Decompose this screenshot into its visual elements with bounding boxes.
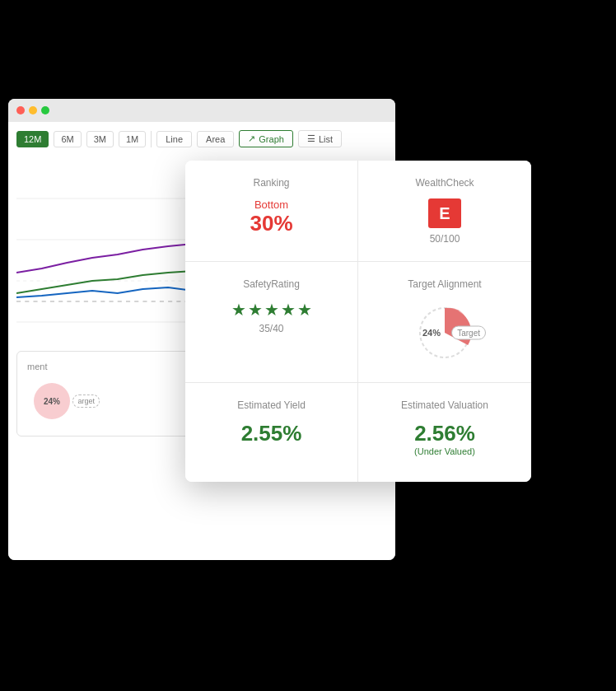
valuation-value: 2.56% — [414, 421, 475, 446]
view-area-button[interactable]: Area — [197, 131, 234, 147]
toolbar: 12M 6M 3M 1M Line Area ↗ Graph ☰ List — [16, 130, 387, 147]
safety-title: SafetyRating — [205, 278, 338, 290]
minimize-dot — [29, 106, 37, 114]
wealthcheck-title: WealthCheck — [378, 177, 511, 189]
browser-titlebar — [8, 99, 395, 122]
cards-grid: Ranking Bottom 30% WealthCheck E 50/100 … — [185, 161, 531, 482]
period-3m-button[interactable]: 3M — [86, 131, 114, 147]
yield-card: Estimated Yield 2.55% — [185, 383, 358, 482]
view-list-button[interactable]: ☰ List — [298, 130, 342, 147]
star-2: ★ — [248, 300, 263, 320]
period-1m-button[interactable]: 1M — [119, 131, 146, 147]
bottom-card-alignment: ment 24% arget — [16, 351, 198, 437]
target-card: Target Alignment — [358, 262, 531, 383]
scene: 12M 6M 3M 1M Line Area ↗ Graph ☰ List — [0, 0, 616, 691]
yield-content: 2.55% — [205, 421, 338, 446]
valuation-sub: (Under Valued) — [414, 446, 475, 456]
target-content: 24% Target — [378, 300, 511, 366]
star-1: ★ — [231, 300, 246, 320]
bottom-donut: 24% arget — [27, 376, 77, 426]
ranking-label: Bottom — [254, 198, 288, 211]
target-bubble: Target — [451, 326, 486, 340]
maximize-dot — [41, 106, 49, 114]
ranking-value: 30% — [250, 211, 292, 236]
donut-percent-label: 24% — [422, 328, 441, 338]
stars-container: ★ ★ ★ ★ ★ — [231, 300, 312, 320]
graph-icon: ↗ — [248, 133, 255, 144]
safety-content: ★ ★ ★ ★ ★ 35/40 — [205, 300, 338, 334]
wealth-badge: E — [428, 198, 461, 228]
wealthcheck-card: WealthCheck E 50/100 — [358, 161, 531, 262]
yield-value: 2.55% — [241, 421, 302, 446]
ranking-content: Bottom 30% — [205, 198, 338, 236]
list-icon: ☰ — [307, 133, 315, 144]
valuation-content: 2.56% (Under Valued) — [378, 421, 511, 456]
donut-wrapper: 24% Target — [412, 300, 478, 366]
period-6m-button[interactable]: 6M — [54, 131, 81, 147]
ranking-title: Ranking — [205, 177, 338, 189]
bottom-card-alignment-title: ment — [27, 362, 187, 371]
star-3: ★ — [264, 300, 279, 320]
safety-card: SafetyRating ★ ★ ★ ★ ★ 35/40 — [185, 262, 358, 383]
svg-text:24%: 24% — [44, 397, 60, 406]
wealth-score: 50/100 — [430, 233, 460, 245]
yield-title: Estimated Yield — [205, 399, 338, 411]
rating-text: 35/40 — [259, 323, 283, 334]
target-label-back: arget — [72, 395, 100, 408]
toolbar-separator — [151, 131, 152, 147]
ranking-card: Ranking Bottom 30% — [185, 161, 358, 262]
star-5: ★ — [297, 300, 312, 320]
period-12m-button[interactable]: 12M — [16, 131, 49, 147]
cards-panel: Ranking Bottom 30% WealthCheck E 50/100 … — [185, 161, 531, 482]
valuation-card: Estimated Valuation 2.56% (Under Valued) — [358, 383, 531, 482]
close-dot — [16, 106, 25, 114]
target-title: Target Alignment — [378, 278, 511, 290]
view-graph-button[interactable]: ↗ Graph — [239, 130, 293, 147]
valuation-title: Estimated Valuation — [378, 399, 511, 411]
star-4: ★ — [281, 300, 296, 320]
wealthcheck-content: E 50/100 — [378, 198, 511, 245]
view-line-button[interactable]: Line — [156, 131, 192, 147]
